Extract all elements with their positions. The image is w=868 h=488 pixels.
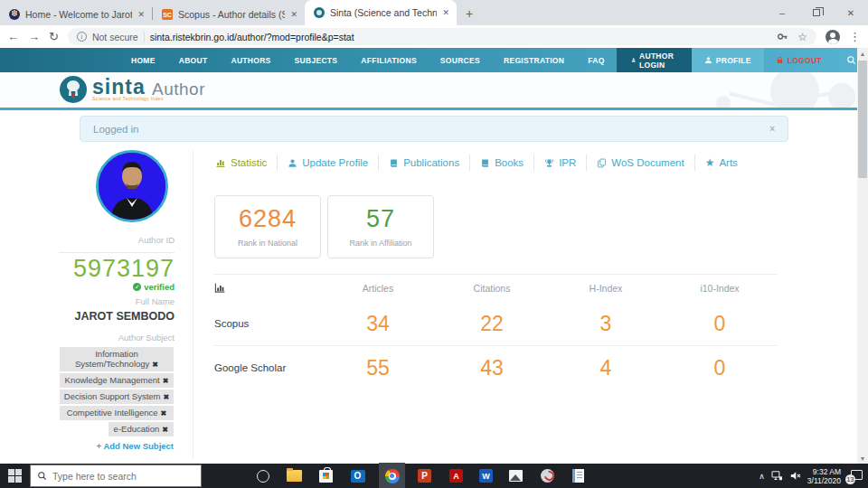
menu-dots-icon[interactable]: ⋮ xyxy=(849,31,861,42)
browser-tab-home[interactable]: Home - Welcome to Jarot Suroso ✕ xyxy=(0,4,152,25)
person-icon xyxy=(288,158,297,168)
browser-tabstrip: Home - Welcome to Jarot Suroso ✕ SC Scop… xyxy=(0,0,868,25)
author-id-value: 5973197 xyxy=(59,255,175,283)
subject-chip-label: Competitive Intelligence xyxy=(67,408,158,418)
stats-table: Articles Citations H-Index i10-Index Sco… xyxy=(214,274,777,389)
sinta-logo[interactable]: sinta Science and Technology Index xyxy=(60,76,164,103)
book-icon xyxy=(389,158,399,168)
rank-national-value: 6284 xyxy=(215,205,320,233)
bookmark-star-icon[interactable]: ☆ xyxy=(797,32,807,42)
profile-avatar-icon[interactable] xyxy=(826,30,840,44)
scopus-citations: 22 xyxy=(435,312,549,336)
remove-subject-icon[interactable]: ✖ xyxy=(162,426,168,434)
full-name-value: JAROT SEMBODO xyxy=(59,310,175,323)
browser-tab-sinta[interactable]: Sinta (Science and Technology In ✕ xyxy=(305,0,457,25)
tab-arts[interactable]: ★ Arts xyxy=(695,155,748,171)
nav-item-faq[interactable]: FAQ xyxy=(576,48,616,72)
person-icon xyxy=(631,56,636,64)
tab-books[interactable]: Books xyxy=(470,155,534,171)
col-header-articles: Articles xyxy=(321,283,435,294)
tab-close-icon[interactable]: ✕ xyxy=(137,10,145,19)
alert-close-icon[interactable]: × xyxy=(769,124,775,134)
scrollbar-thumb[interactable] xyxy=(858,61,867,178)
browser-tab-scopus[interactable]: SC Scopus - Author details (Suroso, ✕ xyxy=(153,4,305,25)
nav-item-authors[interactable]: AUTHORS xyxy=(219,48,282,72)
subject-chip-label: Information System/Technology xyxy=(75,349,149,369)
nav-item-affiliations[interactable]: AFFILIATIONS xyxy=(349,48,429,72)
network-icon[interactable] xyxy=(771,471,783,481)
nav-item-subjects[interactable]: SUBJECTS xyxy=(283,48,350,72)
nav-item-registration[interactable]: REGISTRATION xyxy=(492,48,576,72)
nav-item-sources[interactable]: SOURCES xyxy=(429,48,492,72)
tab-close-icon[interactable]: ✕ xyxy=(290,10,297,19)
tab-publications[interactable]: Publications xyxy=(379,155,470,171)
remove-subject-icon[interactable]: ✖ xyxy=(163,393,169,401)
nav-item-home[interactable]: HOME xyxy=(119,48,167,72)
tab-statistic[interactable]: Statistic xyxy=(214,155,278,171)
search-icon xyxy=(37,471,47,481)
reload-button[interactable]: ↻ xyxy=(49,31,59,42)
notepad-icon[interactable] xyxy=(570,467,587,484)
remove-subject-icon[interactable]: ✖ xyxy=(161,409,167,418)
url-omnibox[interactable]: i Not secure sinta.ristekbrin.go.id/auth… xyxy=(68,28,816,45)
subject-chip-label: e-Education xyxy=(114,424,160,434)
volume-muted-icon[interactable] xyxy=(789,471,801,481)
tab-ipr[interactable]: IPR xyxy=(534,155,587,171)
tab-close-icon[interactable]: ✕ xyxy=(442,8,449,17)
info-icon[interactable]: i xyxy=(77,32,87,42)
powerpoint-icon[interactable]: P xyxy=(416,467,433,484)
security-label: Not secure xyxy=(92,32,138,42)
nav-item-about[interactable]: ABOUT xyxy=(167,48,220,72)
acrobat-icon[interactable]: A xyxy=(448,467,465,484)
scroll-down-arrow[interactable]: ▼ xyxy=(857,453,868,464)
scroll-up-arrow[interactable]: ▲ xyxy=(857,48,868,59)
cortana-icon[interactable] xyxy=(254,467,271,484)
close-button[interactable]: ✕ xyxy=(834,0,868,25)
tab-title: Sinta (Science and Technology In xyxy=(330,7,437,18)
date-value: 3/11/2020 xyxy=(807,476,841,485)
nav-item-profile[interactable]: PROFILE xyxy=(692,48,764,72)
nav-label: REGISTRATION xyxy=(504,56,564,65)
media-app-icon[interactable] xyxy=(539,467,556,484)
clock[interactable]: 9:32 AM 3/11/2020 xyxy=(807,467,841,485)
microsoft-store-icon[interactable] xyxy=(317,467,335,484)
nav-label: SOURCES xyxy=(440,56,480,65)
row-source-label: Google Scholar xyxy=(214,362,321,373)
back-button[interactable]: ← xyxy=(7,31,19,42)
subject-chip: Decision Support System✖ xyxy=(60,389,174,404)
author-photo xyxy=(96,150,168,222)
windows-taskbar: O P A W ∧ 9:32 AM 3/11/2020 13 xyxy=(0,464,868,488)
gs-citations: 43 xyxy=(435,356,549,380)
new-tab-button[interactable]: + xyxy=(466,6,473,21)
col-header-hindex: H-Index xyxy=(549,283,663,294)
tab-wos-document[interactable]: WoS Document xyxy=(587,155,694,171)
remove-subject-icon[interactable]: ✖ xyxy=(152,361,158,369)
minimize-button[interactable]: – xyxy=(765,0,799,25)
taskbar-search-input[interactable] xyxy=(52,471,179,482)
photos-icon[interactable] xyxy=(507,467,524,484)
forward-button[interactable]: → xyxy=(28,31,40,42)
outlook-icon[interactable]: O xyxy=(349,467,366,484)
restore-button[interactable] xyxy=(799,0,834,25)
nav-item-author-login[interactable]: AUTHOR LOGIN xyxy=(617,48,692,72)
person-icon xyxy=(704,56,712,64)
tray-expand-icon[interactable]: ∧ xyxy=(759,472,765,481)
trophy-icon xyxy=(544,158,554,168)
system-tray: ∧ 9:32 AM 3/11/2020 13 xyxy=(759,464,863,488)
nav-item-logout[interactable]: LOGOUT xyxy=(764,48,834,72)
add-new-subject-link[interactable]: + Add New Subject xyxy=(97,441,174,451)
file-explorer-icon[interactable] xyxy=(286,467,303,484)
rank-national-card: 6284 Rank in National xyxy=(214,195,321,258)
chrome-icon[interactable] xyxy=(383,467,401,484)
tab-update-profile[interactable]: Update Profile xyxy=(278,155,379,171)
taskbar-search[interactable] xyxy=(30,465,202,487)
word-icon[interactable]: W xyxy=(477,467,495,484)
page-scrollbar[interactable]: ▲ ▼ xyxy=(857,48,868,464)
page-title: Author xyxy=(152,80,205,99)
action-center-icon[interactable]: 13 xyxy=(847,469,863,483)
start-button[interactable] xyxy=(8,469,22,483)
copy-icon xyxy=(597,158,607,168)
tab-label: IPR xyxy=(559,157,576,168)
remove-subject-icon[interactable]: ✖ xyxy=(163,377,169,385)
key-icon[interactable] xyxy=(777,31,788,42)
